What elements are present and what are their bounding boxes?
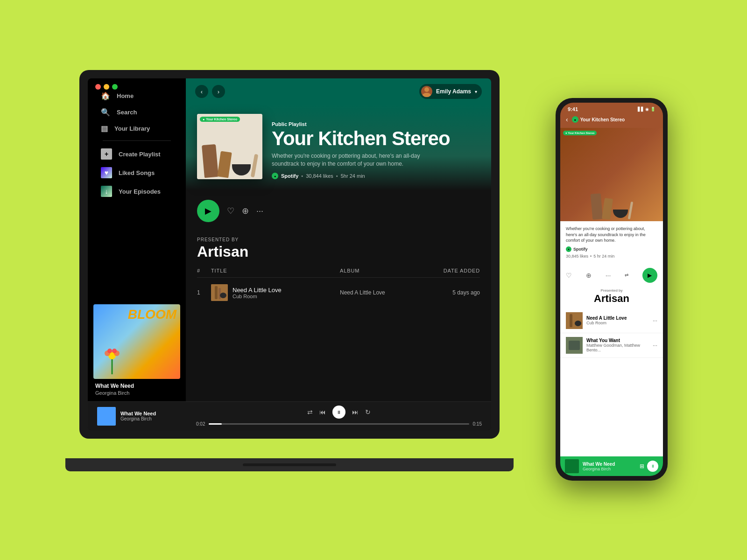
pnp-title: What We Need [583,462,636,467]
cutting-board [202,144,218,178]
sidebar-create-playlist[interactable]: + Create Playlist [95,145,178,163]
spotify-creator: Spotify [281,173,298,179]
phone-status-bar: 9:41 ▋▋ ◉ 🔋 [560,103,663,114]
app-main: 🏠 Home 🔍 Search ▤ Your Library [88,78,491,401]
phone-bowl [613,210,628,218]
cover-inner: ● Your Kitchen Stereo [197,114,262,179]
phone-status-icons: ▋▋ ◉ 🔋 [638,107,655,112]
cover-spotify-badge: ● Your Kitchen Stereo [200,117,240,122]
playlist-title: Your Kitchen Stereo [272,129,480,148]
list-item[interactable]: Need A Little Love Cub Room ··· [560,308,663,333]
pnp-controls: ⊞ ⏸ [640,461,658,472]
presented-by-label: Presented by [197,237,480,242]
table-row[interactable]: 1 [197,281,480,304]
phone-track-more-2[interactable]: ··· [653,342,657,349]
sidebar-library-label: Your Library [114,125,150,132]
playlist-hero: ● Your Kitchen Stereo [186,105,491,190]
sidebar-liked-songs[interactable]: ♥ Liked Songs [95,163,178,182]
col-date-header: Date added [424,268,480,273]
phone-shuffle-button[interactable]: ⇄ [625,273,628,278]
pause-button[interactable]: ⏸ [332,406,345,419]
more-options-button[interactable]: ··· [256,206,263,216]
player-buttons: ⇄ ⏮ ⏸ ⏭ ↻ [307,406,371,419]
create-playlist-label: Create Playlist [119,151,161,158]
user-badge[interactable]: Emily Adams ▾ [419,84,482,99]
now-playing-info: What We Need Georgina Birch [120,411,190,421]
maximize-icon[interactable] [112,84,118,90]
svg-rect-12 [566,312,583,329]
list-item[interactable]: What You Want Matthew Goodman, Matthew B… [560,333,663,358]
play-button[interactable]: ▶ [197,200,219,222]
album-artist: Georgina Birch [95,390,178,396]
kitchen-items-illustration [197,133,262,179]
sidebar-item-library[interactable]: ▤ Your Library [95,120,178,137]
user-name: Emily Adams [436,88,471,95]
spotify-logo: ● [272,173,278,179]
phone-back-button[interactable]: ‹ [566,116,568,123]
track-details: Need A Little Love Cub Room [233,287,340,299]
album-art-large[interactable]: BLOOM [93,304,180,379]
download-button[interactable]: ⊕ [242,206,249,216]
topbar-nav: ‹ › [195,85,225,98]
phone-spoon [628,202,634,219]
phone-track-more-1[interactable]: ··· [653,317,657,324]
album-name: What We Need [95,383,178,389]
phone-play-button[interactable]: ▶ [642,268,657,283]
topbar: ‹ › [186,78,491,105]
sidebar-item-search[interactable]: 🔍 Search [95,104,178,120]
next-button[interactable]: ⏭ [352,408,359,416]
cutting-board-2 [217,151,232,178]
pnp-cast-button[interactable]: ⊞ [640,463,644,469]
sidebar-top: 🏠 Home 🔍 Search ▤ Your Library [88,78,186,205]
phone-header: ‹ ● Your Kitchen Stereo [560,114,663,128]
svg-point-4 [107,349,112,353]
track-list-header: # Title Album Date added [197,264,480,278]
progress-bar: 0:02 0:15 [196,421,482,427]
duration: 5hr 24 min [341,173,365,179]
phone-info: Whether you're cooking or pottering abou… [560,221,663,265]
flower-decoration [100,346,124,374]
phone-spotify-badge: ● Your Kitchen Stereo [563,131,597,135]
svg-rect-10 [218,288,221,299]
shuffle-button[interactable]: ⇄ [307,408,313,416]
time-total: 0:15 [473,421,482,427]
sidebar: 🏠 Home 🔍 Search ▤ Your Library [88,78,186,401]
col-album-header: Album [340,268,424,273]
repeat-button[interactable]: ↻ [365,408,371,416]
phone-description: Whether you're cooking or pottering abou… [566,226,657,244]
playlist-type: Public Playlist [272,121,480,127]
phone-download-button[interactable]: ⊕ [586,272,592,279]
sidebar-your-episodes[interactable]: ↓ Your Episodes [95,182,178,201]
svg-point-6 [424,87,429,92]
close-icon[interactable] [95,84,101,90]
minimize-icon[interactable] [104,84,109,90]
time-current: 0:02 [196,421,205,427]
phone-meta-row: ● Spotify [566,246,657,252]
progress-track[interactable] [209,423,469,425]
phone-header-title: Your Kitchen Stereo [580,117,625,122]
phone-track-thumb-1 [566,312,583,329]
pnp-pause-button[interactable]: ⏸ [647,461,658,472]
svg-rect-9 [215,286,218,299]
app: 🏠 Home 🔍 Search ▤ Your Library [88,78,491,430]
phone-time: 9:41 [568,106,578,112]
phone-track-artist-2: Matthew Goodman, Matthew Bento... [586,343,649,352]
svg-point-11 [220,293,226,298]
phone: 9:41 ▋▋ ◉ 🔋 ‹ ● Your Kitchen Stereo ● Yo… [556,98,668,481]
phone-presented-name: Artisan [566,293,657,305]
pnp-artist: Georgina Birch [583,467,636,471]
laptop-base [65,458,514,471]
phone-like-button[interactable]: ♡ [566,272,572,279]
avatar [421,86,432,97]
phone-presented-by: Presented by Artisan [560,287,663,308]
like-button[interactable]: ♡ [227,206,234,216]
sidebar-home-label: Home [117,92,134,99]
progress-fill [209,423,222,425]
forward-button[interactable]: › [212,85,225,98]
phone-more-button[interactable]: ··· [606,272,611,279]
prev-button[interactable]: ⏮ [319,408,326,416]
liked-songs-label: Liked Songs [119,169,155,176]
back-button[interactable]: ‹ [195,85,208,98]
phone-cutting-board [591,193,603,220]
svg-rect-16 [569,341,580,350]
